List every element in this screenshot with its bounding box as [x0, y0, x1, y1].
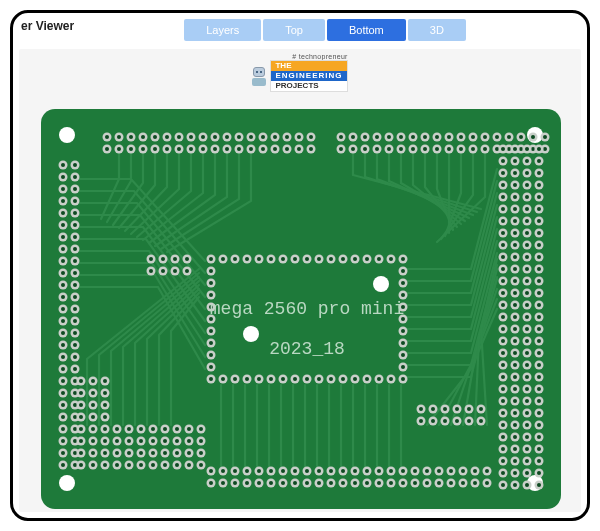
tab-3d[interactable]: 3D	[408, 19, 466, 41]
svg-point-618	[317, 469, 321, 473]
svg-point-188	[61, 379, 65, 383]
svg-point-8	[105, 135, 109, 139]
svg-point-6	[373, 276, 389, 292]
svg-point-286	[501, 327, 505, 331]
svg-point-598	[103, 415, 107, 419]
svg-point-164	[61, 235, 65, 239]
svg-point-690	[461, 481, 465, 485]
svg-point-494	[115, 427, 119, 431]
svg-point-192	[61, 403, 65, 407]
svg-point-672	[353, 481, 357, 485]
svg-point-104	[483, 135, 487, 139]
viewer-window: er Viewer Layers Top Bottom 3D # technop…	[10, 10, 590, 521]
svg-point-636	[425, 469, 429, 473]
svg-point-652	[233, 481, 237, 485]
svg-point-256	[501, 147, 505, 151]
svg-point-322	[513, 195, 517, 199]
svg-point-76	[297, 147, 301, 151]
svg-point-830	[431, 419, 435, 423]
svg-point-270	[501, 231, 505, 235]
svg-point-572	[187, 463, 191, 467]
svg-point-126	[399, 147, 403, 151]
svg-point-370	[513, 483, 517, 487]
branding-logo-text: THE ENGINEERING PROJECTS	[270, 60, 347, 92]
svg-point-782	[401, 269, 405, 273]
svg-point-780	[209, 365, 213, 369]
svg-point-836	[467, 419, 471, 423]
svg-point-582	[79, 391, 83, 395]
svg-point-62	[213, 147, 217, 151]
svg-point-592	[103, 403, 107, 407]
svg-point-362	[513, 435, 517, 439]
svg-point-366	[513, 459, 517, 463]
svg-point-506	[187, 427, 191, 431]
svg-point-214	[73, 223, 77, 227]
svg-point-302	[501, 423, 505, 427]
svg-point-508	[199, 427, 203, 431]
svg-point-650	[221, 481, 225, 485]
svg-point-430	[537, 147, 541, 151]
svg-point-452	[537, 279, 541, 283]
svg-point-692	[473, 481, 477, 485]
svg-point-518	[127, 439, 131, 443]
svg-point-176	[61, 307, 65, 311]
svg-point-750	[329, 377, 333, 381]
svg-point-500	[151, 427, 155, 431]
svg-point-18	[165, 135, 169, 139]
svg-point-152	[61, 163, 65, 167]
svg-point-438	[537, 195, 541, 199]
svg-point-340	[513, 303, 517, 307]
svg-point-732	[221, 377, 225, 381]
svg-point-60	[201, 147, 205, 151]
svg-point-400	[525, 315, 529, 319]
svg-point-90	[399, 135, 403, 139]
svg-point-594	[79, 415, 83, 419]
svg-point-824	[467, 407, 471, 411]
svg-point-828	[419, 419, 423, 423]
svg-point-298	[501, 399, 505, 403]
svg-point-704	[257, 257, 261, 261]
svg-point-416	[525, 411, 529, 415]
svg-point-134	[447, 147, 451, 151]
svg-point-218	[73, 247, 77, 251]
svg-point-678	[389, 481, 393, 485]
svg-point-700	[233, 257, 237, 261]
svg-point-266	[501, 207, 505, 211]
svg-point-464	[537, 351, 541, 355]
svg-point-276	[501, 267, 505, 271]
tab-top[interactable]: Top	[263, 19, 325, 41]
svg-point-132	[435, 147, 439, 151]
svg-point-662	[293, 481, 297, 485]
svg-point-806	[185, 257, 189, 261]
svg-point-368	[513, 471, 517, 475]
svg-point-542	[139, 451, 143, 455]
svg-point-308	[501, 459, 505, 463]
svg-point-50	[141, 147, 145, 151]
svg-point-258	[501, 159, 505, 163]
svg-point-310	[501, 471, 505, 475]
svg-point-534	[91, 451, 95, 455]
svg-point-114	[543, 135, 547, 139]
svg-point-424	[525, 459, 529, 463]
svg-point-584	[91, 391, 95, 395]
svg-point-328	[513, 231, 517, 235]
tab-bottom[interactable]: Bottom	[327, 19, 406, 41]
svg-point-574	[199, 463, 203, 467]
svg-point-216	[73, 235, 77, 239]
tab-layers[interactable]: Layers	[184, 19, 261, 41]
svg-point-26	[213, 135, 217, 139]
svg-point-94	[423, 135, 427, 139]
svg-point-352	[513, 375, 517, 379]
svg-point-92	[411, 135, 415, 139]
svg-point-68	[249, 147, 253, 151]
svg-point-804	[173, 257, 177, 261]
svg-point-384	[525, 219, 529, 223]
svg-point-348	[513, 351, 517, 355]
svg-point-606	[245, 469, 249, 473]
svg-point-702	[245, 257, 249, 261]
board-revision-text: 2023_18	[269, 339, 345, 359]
svg-point-460	[537, 327, 541, 331]
svg-point-40	[297, 135, 301, 139]
svg-point-156	[61, 187, 65, 191]
svg-point-332	[513, 255, 517, 259]
